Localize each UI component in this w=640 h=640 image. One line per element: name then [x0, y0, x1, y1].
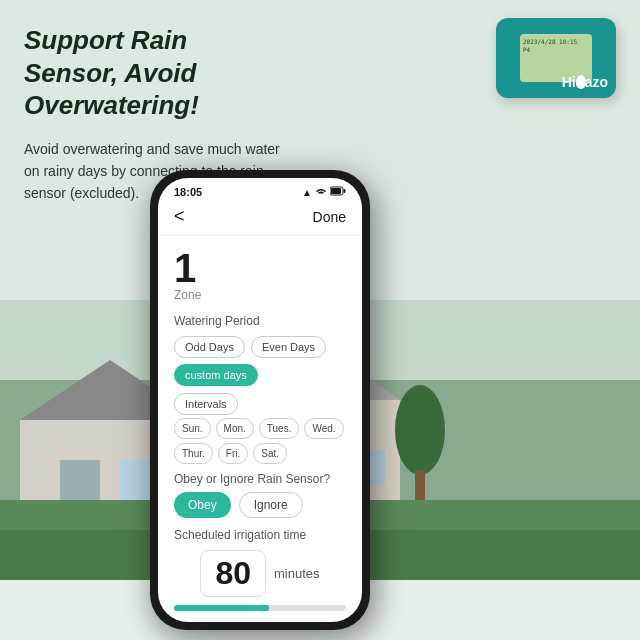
wifi-icon [315, 186, 327, 198]
status-bar: 18:05 ▲ [158, 178, 362, 202]
device-screen-text: 2023/4/28 10:15 P4 [520, 34, 592, 59]
mon-pill[interactable]: Mon. [216, 418, 254, 439]
watering-period-label: Watering Period [174, 314, 346, 328]
status-icons: ▲ [302, 186, 346, 198]
irrigation-value: 80 [200, 550, 266, 597]
back-button[interactable]: < [174, 206, 185, 227]
battery-icon [330, 186, 346, 198]
device-brand: Hiazo [562, 74, 608, 90]
signal-icon: ▲ [302, 187, 312, 198]
wed-pill[interactable]: Wed. [304, 418, 343, 439]
phone-screen: 18:05 ▲ < Done 1 Zone [158, 178, 362, 622]
sat-pill[interactable]: Sat. [253, 443, 287, 464]
fri-pill[interactable]: Fri. [218, 443, 248, 464]
phone-nav: < Done [158, 202, 362, 236]
svg-rect-17 [344, 189, 346, 193]
phone-outer: 18:05 ▲ < Done 1 Zone [150, 170, 370, 630]
rain-sensor-label: Obey or Ignore Rain Sensor? [174, 472, 346, 486]
zone-label: Zone [174, 288, 346, 302]
done-button[interactable]: Done [313, 209, 346, 225]
days-row-1: Sun. Mon. Tues. Wed. [174, 418, 346, 439]
svg-rect-18 [331, 188, 341, 194]
scheduled-value-row: 80 minutes [174, 550, 346, 597]
hero-title: Support Rain Sensor, Avoid Overwatering! [24, 24, 284, 122]
zone-number: 1 [174, 248, 346, 288]
obey-button[interactable]: Obey [174, 492, 231, 518]
irrigation-unit: minutes [274, 566, 320, 581]
ignore-button[interactable]: Ignore [239, 492, 303, 518]
status-time: 18:05 [174, 186, 202, 198]
intervals-row: Intervals [174, 394, 346, 412]
svg-point-13 [395, 385, 445, 475]
intervals-pill[interactable]: Intervals [174, 393, 238, 415]
slider-fill [174, 605, 269, 611]
svg-rect-15 [415, 470, 425, 500]
obey-row: Obey Ignore [174, 492, 346, 518]
device-section: 2023/4/28 10:15 P4 Hiazo [496, 18, 616, 98]
even-days-pill[interactable]: Even Days [251, 336, 326, 358]
sun-pill[interactable]: Sun. [174, 418, 211, 439]
tues-pill[interactable]: Tues. [259, 418, 300, 439]
thur-pill[interactable]: Thur. [174, 443, 213, 464]
odd-days-pill[interactable]: Odd Days [174, 336, 245, 358]
phone-content: 1 Zone Watering Period Odd Days Even Day… [158, 236, 362, 622]
device-box: 2023/4/28 10:15 P4 Hiazo [496, 18, 616, 98]
start-time-label: Start Time [174, 621, 346, 622]
period-options: Odd Days Even Days custom days [174, 336, 346, 386]
irrigation-slider[interactable] [174, 605, 346, 611]
days-row-2: Thur. Fri. Sat. [174, 443, 346, 464]
scheduled-label: Scheduled irrigation time [174, 528, 346, 542]
custom-days-pill[interactable]: custom days [174, 364, 258, 386]
phone-wrapper: 18:05 ▲ < Done 1 Zone [150, 170, 390, 640]
